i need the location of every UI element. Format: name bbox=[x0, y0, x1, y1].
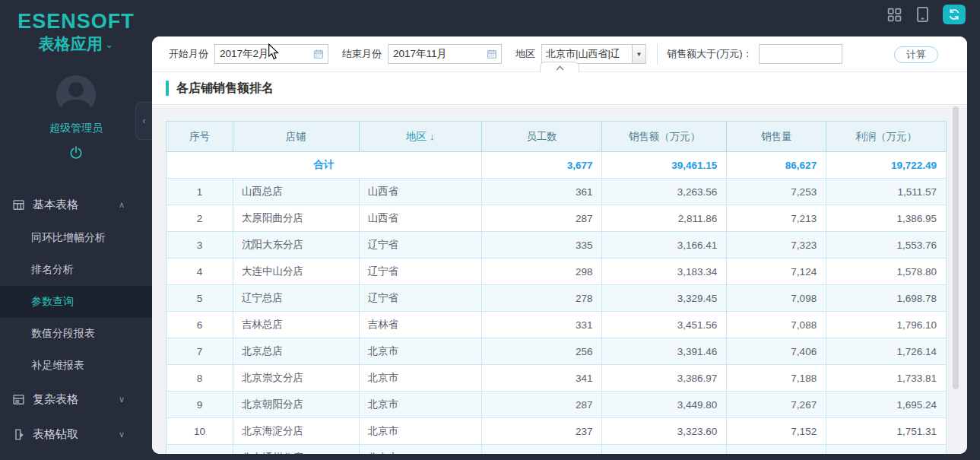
table-cell: 3,391.46 bbox=[602, 338, 727, 365]
end-month-label: 结束月份 bbox=[342, 47, 382, 61]
start-month-label: 开始月份 bbox=[169, 47, 208, 61]
calculate-button[interactable]: 计算 bbox=[894, 46, 938, 63]
table-cell: 1,553.76 bbox=[826, 232, 947, 259]
table-cell: 7,098 bbox=[727, 285, 826, 312]
chevron-up-icon: ∧ bbox=[119, 200, 125, 210]
chevron-down-icon: ∨ bbox=[119, 395, 125, 404]
report-title-bar: 各店铺销售额排名 bbox=[152, 72, 967, 105]
table-cell: 259 bbox=[482, 445, 603, 454]
title-accent-bar bbox=[166, 81, 169, 96]
main-panel: 开始月份 2017年2月 结束月份 2017年11月 地区 北京市|山西省|辽 … bbox=[152, 36, 967, 454]
table-cell: 341 bbox=[482, 365, 603, 392]
layout-icon bbox=[12, 393, 26, 406]
sidebar-item-basic-tables[interactable]: 基本表格 ∧ bbox=[0, 187, 152, 222]
sidebar-item-table-drill[interactable]: 表格钻取 ∨ bbox=[0, 417, 152, 452]
menu-label: 复杂表格 bbox=[33, 392, 78, 407]
sidebar-item-yoy-analysis[interactable]: 同环比增幅分析 bbox=[0, 222, 152, 254]
ranking-table: 序号 店铺 地区↓ 员工数 销售额（万元） 销售量 利润（万元） 合计 3,67… bbox=[166, 121, 947, 454]
app-logo: ESENSOFT 表格应用 ⌄ bbox=[0, 9, 152, 56]
table-cell: 1,796.10 bbox=[826, 312, 947, 338]
page-title: 各店铺销售额排名 bbox=[176, 81, 274, 97]
sales-threshold-input[interactable] bbox=[759, 44, 842, 64]
calendar-icon[interactable] bbox=[313, 49, 324, 62]
column-header-volume: 销售量 bbox=[727, 122, 826, 152]
grid-layout-icon[interactable] bbox=[886, 7, 902, 23]
column-header-profit: 利润（万元） bbox=[826, 122, 947, 152]
table-row: 8北京崇文分店北京市3413,386.977,1881,733.81 bbox=[167, 365, 947, 392]
total-volume: 86,627 bbox=[727, 152, 826, 179]
table-cell: 1,698.78 bbox=[826, 285, 947, 312]
column-header-sales: 销售额（万元） bbox=[602, 122, 727, 152]
column-header-region-sorted[interactable]: 地区↓ bbox=[360, 122, 482, 152]
mobile-device-icon[interactable] bbox=[915, 6, 930, 23]
table-cell: 287 bbox=[482, 392, 603, 418]
table-cell: 7,088 bbox=[727, 312, 826, 338]
sidebar: ESENSOFT 表格应用 ⌄ 超级管理员 基本表格 ∧ 同环比增幅分析 排名分… bbox=[0, 0, 152, 460]
logout-power-icon[interactable] bbox=[0, 145, 152, 160]
filter-collapse-tab[interactable] bbox=[540, 62, 579, 72]
table-cell: 北京总店 bbox=[233, 338, 360, 365]
table-row: 4大连中山分店辽宁省2983,183.347,1241,578.80 bbox=[167, 259, 947, 285]
region-selected-value: 北京市|山西省|辽 bbox=[542, 47, 632, 61]
start-month-input[interactable]: 2017年2月 bbox=[214, 44, 328, 64]
avatar-head bbox=[68, 82, 84, 97]
table-cell: 4 bbox=[167, 259, 233, 285]
table-cell: 1,568.16 bbox=[826, 445, 947, 454]
sort-desc-icon: ↓ bbox=[430, 131, 435, 142]
table-cell: 7,253 bbox=[727, 179, 826, 205]
table-cell: 7,213 bbox=[727, 205, 826, 232]
table-row: 7北京总店北京市2563,391.467,4061,726.14 bbox=[167, 338, 947, 365]
sidebar-item-ranking-analysis[interactable]: 排名分析 bbox=[0, 254, 152, 286]
table-cell: 3,329.45 bbox=[602, 285, 727, 312]
column-header-store: 店铺 bbox=[233, 122, 360, 152]
table-cell: 北京通州分店 bbox=[233, 445, 360, 454]
table-cell: 10 bbox=[167, 418, 233, 445]
table-cell: 1 bbox=[167, 179, 233, 205]
table-row: 11北京通州分店北京市2593,211.987,0291,568.16 bbox=[167, 445, 947, 454]
column-header-employees: 员工数 bbox=[482, 122, 603, 152]
sidebar-item-dimension-fill-report[interactable]: 补足维报表 bbox=[0, 350, 152, 382]
column-header-index: 序号 bbox=[167, 122, 233, 152]
total-profit: 19,722.49 bbox=[826, 152, 947, 179]
sidebar-item-parameter-query[interactable]: 参数查询 bbox=[0, 286, 152, 318]
logo-subtitle[interactable]: 表格应用 ⌄ bbox=[0, 33, 152, 56]
sidebar-menu: 基本表格 ∧ 同环比增幅分析 排名分析 参数查询 数值分段报表 补足维报表 复杂… bbox=[0, 187, 152, 452]
table-cell: 北京市 bbox=[360, 338, 482, 365]
total-sales: 39,461.15 bbox=[602, 152, 727, 179]
vertical-scrollbar-thumb[interactable] bbox=[953, 106, 959, 389]
table-cell: 3,211.98 bbox=[602, 445, 727, 454]
table-cell: 256 bbox=[482, 338, 603, 365]
table-cell: 沈阳大东分店 bbox=[233, 232, 360, 259]
table-cell: 1,511.57 bbox=[826, 179, 947, 205]
table-cell: 2 bbox=[167, 205, 233, 232]
table-cell: 辽宁省 bbox=[360, 232, 482, 259]
avatar[interactable] bbox=[56, 75, 96, 115]
table-cell: 7 bbox=[167, 338, 233, 365]
table-cell: 太原阳曲分店 bbox=[233, 205, 360, 232]
sidebar-item-numeric-segment-report[interactable]: 数值分段报表 bbox=[0, 318, 152, 350]
table-cell: 331 bbox=[482, 312, 603, 338]
calendar-icon[interactable] bbox=[487, 49, 497, 62]
report-content: 序号 店铺 地区↓ 员工数 销售额（万元） 销售量 利润（万元） 合计 3,67… bbox=[152, 106, 967, 454]
logo-title: ESENSOFT bbox=[0, 9, 152, 33]
table-icon bbox=[12, 198, 26, 211]
table-cell: 11 bbox=[167, 445, 233, 454]
sidebar-item-complex-tables[interactable]: 复杂表格 ∨ bbox=[0, 382, 152, 417]
table-cell: 298 bbox=[482, 259, 603, 285]
total-employees: 3,677 bbox=[482, 152, 603, 179]
table-cell: 北京市 bbox=[360, 418, 482, 445]
table-cell: 1,726.14 bbox=[826, 338, 947, 365]
sync-refresh-button[interactable] bbox=[943, 5, 966, 24]
table-cell: 1,751.31 bbox=[826, 418, 947, 445]
table-cell: 辽宁省 bbox=[360, 259, 482, 285]
table-cell: 7,188 bbox=[727, 365, 826, 392]
table-cell: 山西省 bbox=[360, 179, 482, 205]
avatar-body bbox=[61, 100, 91, 115]
end-month-input[interactable]: 2017年11月 bbox=[388, 44, 502, 64]
table-cell: 361 bbox=[482, 179, 603, 205]
table-cell: 北京崇文分店 bbox=[233, 365, 360, 392]
dropdown-arrow-icon[interactable]: ▼ bbox=[632, 45, 645, 63]
table-cell: 山西总店 bbox=[233, 179, 360, 205]
sidebar-collapse-handle[interactable]: ‹ bbox=[135, 102, 152, 140]
table-cell: 辽宁总店 bbox=[233, 285, 360, 312]
